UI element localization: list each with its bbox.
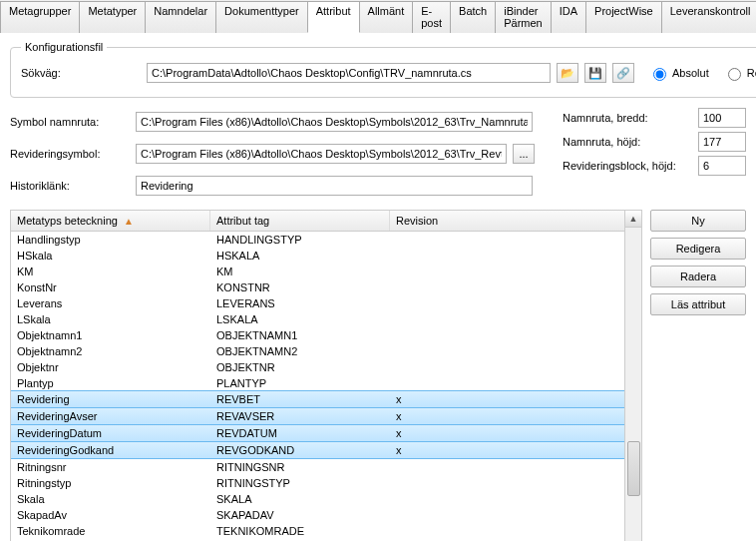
- radera-button[interactable]: Radera: [650, 266, 746, 287]
- tab-leveranskontroll[interactable]: Leveranskontroll: [661, 1, 756, 33]
- table-body[interactable]: HandlingstypHANDLINGSTYPHSkalaHSKALAKMKM…: [11, 232, 624, 541]
- col-metatyps[interactable]: Metatyps beteckning ▲: [11, 211, 210, 231]
- tab-metagrupper[interactable]: Metagrupper: [0, 1, 80, 33]
- table-row[interactable]: HandlingstypHANDLINGSTYP: [11, 232, 624, 248]
- attribute-table: Metatyps beteckning ▲ Attribut tag Revis…: [10, 210, 642, 541]
- vertical-scrollbar[interactable]: ▲ ▼: [624, 211, 641, 541]
- sokvag-input[interactable]: [147, 63, 551, 83]
- table-cell: KM: [17, 266, 216, 277]
- table-row[interactable]: HSkalaHSKALA: [11, 248, 624, 264]
- table-cell: RITNINGSNR: [216, 461, 396, 473]
- table-row[interactable]: LeveransLEVERANS: [11, 295, 624, 311]
- table-cell: Leverans: [17, 297, 216, 309]
- nr-bredd-label: Namnruta, bredd:: [563, 112, 692, 124]
- table-row[interactable]: RitningsnrRITNINGSNR: [11, 459, 624, 475]
- table-row[interactable]: LSkalaLSKALA: [11, 311, 624, 327]
- radio-absolut-input[interactable]: [653, 68, 666, 81]
- table-cell: REVBET: [216, 393, 396, 405]
- table-cell: Objektnamn2: [17, 345, 216, 357]
- symbol-label: Symbol namnruta:: [10, 116, 130, 128]
- tab-metatyper[interactable]: Metatyper: [79, 1, 146, 33]
- tab-ida[interactable]: IDA: [551, 1, 586, 33]
- tab-e-post[interactable]: E-post: [412, 1, 451, 33]
- table-cell: x: [396, 427, 595, 439]
- table-row[interactable]: Objektnamn2OBJEKTNAMN2: [11, 343, 624, 359]
- table-cell: Plantyp: [17, 377, 216, 389]
- tab-batch[interactable]: Batch: [450, 1, 496, 33]
- table-row[interactable]: RevideringAvserREVAVSERx: [11, 407, 624, 425]
- table-cell: LSKALA: [216, 313, 396, 325]
- tab-ibinder-pärmen[interactable]: iBinder Pärmen: [495, 1, 552, 33]
- tab-namndelar[interactable]: Namndelar: [145, 1, 216, 33]
- table-cell: SkapadAv: [17, 509, 216, 521]
- table-cell: RevideringDatum: [17, 427, 216, 439]
- table-row[interactable]: TeknikomradeTEKNIKOMRADE: [11, 523, 624, 539]
- table-cell: KONSTNR: [216, 281, 396, 293]
- table-row[interactable]: RevideringDatumREVDATUMx: [11, 424, 624, 442]
- sokvag-label: Sökväg:: [21, 67, 141, 79]
- save-icon[interactable]: 💾: [584, 63, 606, 83]
- browse-button[interactable]: ...: [513, 144, 535, 164]
- link-icon[interactable]: 🔗: [612, 63, 634, 83]
- tab-attribut[interactable]: Attribut: [307, 1, 360, 33]
- tab-dokumenttyper[interactable]: Dokumenttyper: [215, 1, 308, 33]
- nr-bredd-input[interactable]: [698, 108, 746, 128]
- table-cell: [396, 345, 595, 357]
- table-cell: [396, 297, 595, 309]
- tab-bar: MetagrupperMetatyperNamndelarDokumenttyp…: [0, 0, 756, 33]
- table-cell: HSkala: [17, 250, 216, 262]
- table-cell: SKAPADAV: [216, 509, 396, 521]
- radio-relativ[interactable]: Relativ: [723, 65, 756, 81]
- table-row[interactable]: RevideringGodkandREVGODKANDx: [11, 441, 624, 459]
- table-row[interactable]: Objektnamn1OBJEKTNAMN1: [11, 327, 624, 343]
- table-row[interactable]: PlantypPLANTYP: [11, 375, 624, 391]
- nr-hojd-input[interactable]: [698, 132, 746, 152]
- table-row[interactable]: SkalaSKALA: [11, 491, 624, 507]
- histo-input[interactable]: [136, 176, 533, 196]
- table-cell: REVDATUM: [216, 427, 396, 439]
- scroll-up-icon[interactable]: ▲: [625, 211, 641, 228]
- table-cell: Ritningsnr: [17, 461, 216, 473]
- table-cell: [396, 461, 595, 473]
- table-cell: KonstNr: [17, 281, 216, 293]
- radio-absolut[interactable]: Absolut: [648, 65, 709, 81]
- table-cell: [396, 509, 595, 521]
- table-cell: HANDLINGSTYP: [216, 234, 396, 246]
- table-cell: [396, 361, 595, 373]
- table-cell: REVAVSER: [216, 410, 396, 422]
- table-cell: OBJEKTNR: [216, 361, 396, 373]
- table-row[interactable]: KonstNrKONSTNR: [11, 279, 624, 295]
- table-cell: x: [396, 393, 595, 405]
- ny-button[interactable]: Ny: [650, 210, 746, 232]
- table-cell: [396, 250, 595, 262]
- table-row[interactable]: ObjektnrOBJEKTNR: [11, 359, 624, 375]
- symbol-input[interactable]: [136, 112, 533, 132]
- revblock-label: Revideringsblock, höjd:: [563, 160, 692, 172]
- table-cell: LEVERANS: [216, 297, 396, 309]
- tab-content: Konfigurationsfil Sökväg: 📂 💾 🔗 Absolut …: [0, 33, 756, 541]
- table-cell: RevideringGodkand: [17, 444, 216, 456]
- table-cell: REVGODKAND: [216, 444, 396, 456]
- revsym-input[interactable]: [136, 144, 507, 164]
- table-row[interactable]: KMKM: [11, 264, 624, 279]
- table-cell: HSKALA: [216, 250, 396, 262]
- redigera-button[interactable]: Redigera: [650, 238, 746, 260]
- col-attributtag[interactable]: Attribut tag: [210, 211, 390, 231]
- table-cell: [396, 266, 595, 277]
- table-cell: Ritningstyp: [17, 477, 216, 489]
- config-fieldset: Konfigurationsfil Sökväg: 📂 💾 🔗 Absolut …: [10, 41, 756, 98]
- scroll-thumb[interactable]: [627, 441, 640, 496]
- col-revision[interactable]: Revision: [390, 211, 589, 231]
- table-row[interactable]: RitningstypRITNINGSTYP: [11, 475, 624, 491]
- table-cell: x: [396, 444, 595, 456]
- table-row[interactable]: RevideringREVBETx: [11, 390, 624, 408]
- radio-relativ-input[interactable]: [728, 68, 741, 81]
- tab-allmänt[interactable]: Allmänt: [359, 1, 414, 33]
- open-icon[interactable]: 📂: [557, 63, 578, 83]
- table-cell: Objektnamn1: [17, 329, 216, 341]
- tab-projectwise[interactable]: ProjectWise: [585, 1, 662, 33]
- las-attribut-button[interactable]: Läs attribut: [650, 293, 746, 315]
- table-row[interactable]: SkapadAvSKAPADAV: [11, 507, 624, 523]
- table-cell: RevideringAvser: [17, 410, 216, 422]
- revblock-input[interactable]: [698, 156, 746, 176]
